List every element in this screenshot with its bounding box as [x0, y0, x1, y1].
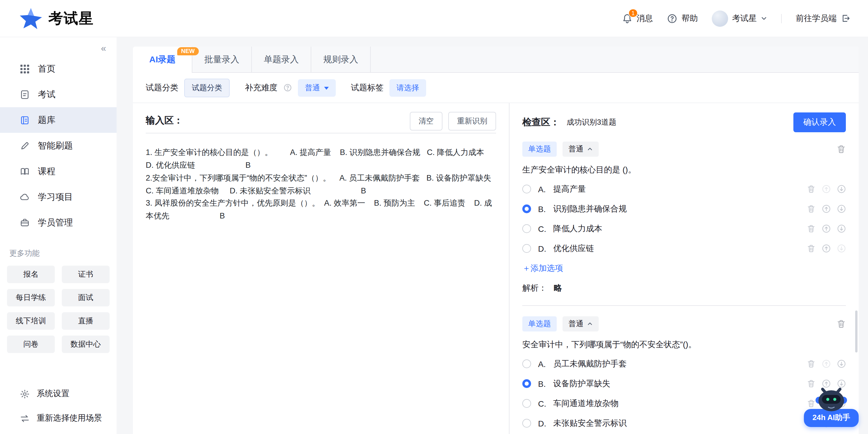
option-radio[interactable] [522, 204, 531, 213]
analysis-row: 解析： 略 [522, 283, 846, 294]
move-up-icon[interactable] [822, 360, 831, 368]
header-divider [781, 14, 782, 23]
category-label: 试题分类 [146, 82, 178, 93]
add-option-button[interactable]: ＋添加选项 [522, 263, 563, 274]
question-difficulty-dropdown[interactable]: 普通 [562, 316, 599, 331]
move-up-icon[interactable] [822, 224, 831, 233]
move-up-icon[interactable] [822, 204, 831, 213]
chevron-up-icon [587, 146, 593, 152]
delete-option-icon[interactable] [807, 244, 815, 253]
question-type-tag[interactable]: 单选题 [522, 316, 557, 331]
analysis-label: 解析： [522, 283, 547, 294]
sidebar-item-label: 首页 [38, 63, 55, 74]
sidebar-item-exam[interactable]: 考试 [0, 81, 117, 107]
sidebar-item-smart-practice[interactable]: 智能刷题 [0, 133, 117, 159]
question-difficulty-dropdown[interactable]: 普通 [562, 141, 599, 157]
brand-name: 考试星 [49, 9, 94, 28]
question-type-tag[interactable]: 单选题 [522, 141, 557, 157]
new-badge: NEW [177, 47, 199, 55]
input-textarea[interactable]: 1. 生产安全审计的核心目的是（）。 A. 提高产量 B. 识别隐患并确保合规 … [146, 133, 496, 223]
sidebar-item-student-management[interactable]: 学员管理 [0, 210, 117, 235]
move-down-icon[interactable] [837, 360, 846, 368]
option-text: 员工未佩戴防护手套 [553, 359, 627, 369]
sidebar-item-reselect-scene[interactable]: 重新选择使用场景 [0, 406, 117, 431]
sidebar-item-learning-project[interactable]: 学习项目 [0, 184, 117, 210]
tab-label: 规则录入 [323, 54, 358, 65]
check-area-scrollbar[interactable] [855, 310, 858, 353]
more-function-button[interactable]: 每日学练 [7, 289, 55, 306]
smart-practice-icon [20, 141, 30, 151]
more-function-button[interactable]: 数据中心 [62, 336, 110, 353]
ai-assistant-widget[interactable]: 24h AI助手 [804, 386, 859, 427]
more-functions-label: 更多功能 [9, 248, 117, 259]
more-function-button[interactable]: 问卷 [7, 336, 55, 353]
tab-single-entry[interactable]: 单题录入 [252, 46, 311, 72]
robot-mascot-icon [814, 386, 848, 413]
option-radio[interactable] [522, 379, 531, 388]
tab-ai-entry[interactable]: AI录题 NEW [133, 46, 192, 72]
difficulty-help-icon[interactable] [283, 83, 292, 92]
more-function-button[interactable]: 面试 [62, 289, 110, 306]
move-up-icon[interactable] [822, 185, 831, 193]
more-function-button[interactable]: 报名 [7, 266, 55, 283]
rerecognize-button[interactable]: 重新识别 [448, 111, 496, 130]
sidebar-item-course[interactable]: 课程 [0, 159, 117, 184]
delete-option-icon[interactable] [807, 360, 815, 368]
student-portal-link[interactable]: 前往学员端 [796, 13, 850, 24]
tag-selector[interactable]: 请选择 [390, 79, 426, 96]
option-radio[interactable] [522, 360, 531, 368]
option-key: C. [538, 224, 553, 233]
brand-logo[interactable]: 考试星 [19, 7, 94, 29]
move-down-icon[interactable] [837, 204, 846, 213]
recognition-status: 成功识别3道题 [567, 117, 616, 128]
sidebar-collapse-button[interactable]: « [101, 43, 106, 54]
help-button[interactable]: 帮助 [667, 13, 698, 24]
more-function-button[interactable]: 证书 [62, 266, 110, 283]
user-menu[interactable]: 考试星 [712, 10, 767, 27]
option-row: C. 降低人力成本 [522, 223, 846, 235]
more-function-button[interactable]: 线下培训 [7, 312, 55, 330]
question-card: 单选题 普通 [522, 305, 846, 434]
option-radio[interactable] [522, 185, 531, 193]
help-icon [667, 13, 677, 24]
category-selector[interactable]: 试题分类 [184, 78, 230, 97]
tab-batch-entry[interactable]: 批量录入 [192, 46, 252, 72]
option-text: 未张贴安全警示标识 [553, 418, 627, 429]
sidebar-item-home[interactable]: 首页 [0, 56, 117, 81]
option-key: B. [538, 379, 553, 388]
delete-option-icon[interactable] [807, 224, 815, 233]
move-up-icon[interactable] [822, 244, 831, 253]
workspace-panels: 输入区： 清空 重新识别 1. 生产安全审计的核心目的是（）。 A. 提高产量 … [133, 103, 859, 434]
option-radio[interactable] [522, 419, 531, 428]
app-header: 考试星 1 消息 帮助 [0, 0, 868, 37]
difficulty-label: 补充难度 [245, 82, 277, 93]
option-radio[interactable] [522, 399, 531, 408]
analysis-value[interactable]: 略 [554, 283, 562, 294]
delete-question-icon[interactable] [837, 144, 846, 154]
option-radio[interactable] [522, 224, 531, 233]
user-name: 考试星 [732, 13, 757, 24]
clear-button[interactable]: 清空 [410, 111, 442, 130]
difficulty-dropdown[interactable]: 普通 [298, 79, 336, 96]
student-management-icon [20, 218, 30, 228]
input-area-panel: 输入区： 清空 重新识别 1. 生产安全审计的核心目的是（）。 A. 提高产量 … [133, 103, 509, 434]
messages-button[interactable]: 1 消息 [622, 13, 653, 24]
delete-option-icon[interactable] [807, 204, 815, 213]
delete-option-icon[interactable] [807, 185, 815, 193]
option-radio[interactable] [522, 244, 531, 253]
question-list: 单选题 普通 [522, 141, 846, 434]
delete-question-icon[interactable] [837, 319, 846, 329]
option-row: B. 识别隐患并确保合规 [522, 203, 846, 215]
entry-mode-tabbar: AI录题 NEW 批量录入 单题录入 规则录入 [133, 46, 859, 73]
tab-rule-entry[interactable]: 规则录入 [311, 46, 371, 72]
option-row: B. 设备防护罩缺失 [522, 377, 846, 390]
move-down-icon[interactable] [837, 224, 846, 233]
more-function-button[interactable]: 直播 [62, 312, 110, 330]
input-text-line: 1. 生产安全审计的核心目的是（）。 A. 提高产量 B. 识别隐患并确保合规 … [146, 146, 496, 172]
confirm-entry-button[interactable]: 确认录入 [794, 112, 846, 132]
move-down-icon[interactable] [837, 185, 846, 193]
sidebar-item-system-settings[interactable]: 系统设置 [0, 381, 117, 406]
sidebar-item-question-bank[interactable]: 题库 [0, 107, 117, 133]
sidebar-item-label: 课程 [38, 166, 55, 177]
move-down-icon[interactable] [837, 244, 846, 253]
